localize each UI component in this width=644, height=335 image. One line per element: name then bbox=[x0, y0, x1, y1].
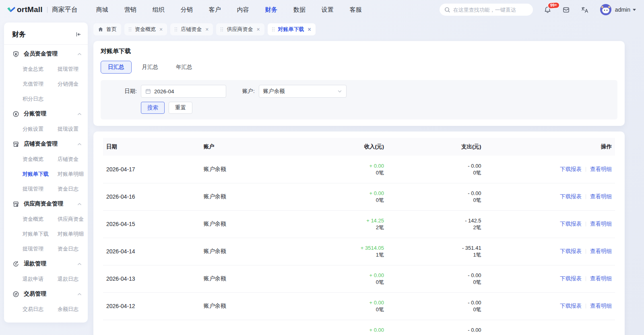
sidebar-item-提现管理[interactable]: 提现管理 bbox=[58, 62, 93, 76]
sidebar-item-对账单明细[interactable]: 对账单明细 bbox=[58, 226, 93, 241]
cell-income: + 0.000笔 bbox=[305, 183, 387, 210]
view-detail-link[interactable]: 查看明细 bbox=[590, 220, 612, 228]
topnav-item-内容[interactable]: 内容 bbox=[229, 0, 257, 19]
sidebar-item-资金概览[interactable]: 资金概览 bbox=[23, 212, 58, 226]
table-row: 2026-04-15 账户余额 + 14.252笔 - 142.52笔 下载报表… bbox=[103, 210, 615, 238]
summary-tab-月汇总[interactable]: 月汇总 bbox=[135, 61, 166, 74]
download-report-link[interactable]: 下载报表 bbox=[560, 302, 582, 310]
view-detail-link[interactable]: 查看明细 bbox=[590, 275, 612, 282]
table-header-row: 日期账户收入(元)支出(元)操作 bbox=[103, 138, 615, 156]
table-body: 2026-04-17 账户余额 + 0.000笔 - 0.000笔 下载报表 查… bbox=[103, 156, 615, 335]
sidebar-item-余额日志[interactable]: 余额日志 bbox=[58, 302, 93, 317]
user-menu[interactable]: admin bbox=[600, 4, 636, 15]
topnav-item-客户[interactable]: 客户 bbox=[201, 0, 229, 19]
download-report-link[interactable]: 下载报表 bbox=[560, 193, 582, 200]
close-icon[interactable]: × bbox=[205, 27, 208, 32]
summary-tab-日汇总[interactable]: 日汇总 bbox=[101, 61, 132, 74]
sidebar-item-店铺资金[interactable]: 店铺资金 bbox=[58, 152, 93, 166]
sidebar-section-header[interactable]: 会员资金管理 bbox=[4, 46, 88, 62]
username: admin bbox=[615, 6, 630, 13]
topnav-item-财务[interactable]: 财务 bbox=[257, 0, 285, 19]
page-tab-label: 店铺资金 bbox=[181, 26, 202, 33]
cell-date: 2026-04-16 bbox=[103, 183, 200, 210]
reset-button[interactable]: 重置 bbox=[169, 102, 192, 114]
page-tab-首页[interactable]: 首页 bbox=[93, 23, 121, 35]
topnav: 商城营销组织分销客户内容财务数据设置客服 bbox=[88, 0, 370, 19]
sidebar-item-交易日志[interactable]: 交易日志 bbox=[23, 302, 58, 317]
page-tab-店铺资金[interactable]: 店铺资金 × bbox=[170, 23, 213, 35]
view-detail-link[interactable]: 查看明细 bbox=[590, 248, 612, 255]
close-icon[interactable]: × bbox=[256, 27, 260, 32]
view-detail-link[interactable]: 查看明细 bbox=[590, 193, 612, 200]
sidebar-item-提现管理[interactable]: 提现管理 bbox=[23, 241, 58, 256]
view-detail-link[interactable]: 查看明细 bbox=[590, 302, 612, 310]
sidebar-item-资金概览[interactable]: 资金概览 bbox=[23, 152, 58, 166]
sidebar-item-退款申请[interactable]: 退款申请 bbox=[23, 271, 58, 286]
topbar-right: 99+ admin bbox=[440, 4, 636, 16]
sidebar-collapse-icon[interactable] bbox=[75, 31, 81, 37]
sidebar-title: 财务 bbox=[12, 30, 26, 39]
search-button[interactable]: 搜索 bbox=[141, 102, 165, 114]
sidebar-item-资金日志[interactable]: 资金日志 bbox=[58, 181, 93, 196]
sidebar-item-资金日志[interactable]: 资金日志 bbox=[58, 241, 93, 256]
table-row: 2026-04-13 账户余额 + 0.000笔 - 0.000笔 下载报表 查… bbox=[103, 265, 615, 292]
sidebar-section: 店铺资金管理 资金概览店铺资金对账单下载对账单明细提现管理资金日志 bbox=[4, 136, 88, 196]
account-select-value: 账户余额 bbox=[263, 88, 285, 95]
workbench-button[interactable] bbox=[562, 6, 570, 14]
close-icon[interactable]: × bbox=[159, 27, 163, 32]
date-input[interactable] bbox=[154, 88, 222, 95]
sidebar-section-header[interactable]: 交易管理 bbox=[4, 286, 88, 302]
account-label: 账户: bbox=[242, 88, 259, 95]
sidebar-item-提现管理[interactable]: 提现管理 bbox=[23, 181, 58, 196]
column-header-操作: 操作 bbox=[485, 138, 615, 156]
download-report-link[interactable]: 下载报表 bbox=[560, 275, 582, 282]
topnav-item-数据[interactable]: 数据 bbox=[285, 0, 314, 19]
view-detail-link[interactable]: 查看明细 bbox=[590, 166, 612, 173]
logo[interactable]: ortMall 商家平台 bbox=[6, 5, 78, 14]
sidebar-section-header[interactable]: 分账管理 bbox=[4, 106, 88, 121]
download-report-link[interactable]: 下载报表 bbox=[560, 248, 582, 255]
chevron-up-icon bbox=[77, 201, 82, 207]
topnav-item-商城[interactable]: 商城 bbox=[88, 0, 116, 19]
drag-handle-icon bbox=[272, 27, 275, 31]
topnav-item-分销[interactable]: 分销 bbox=[173, 0, 201, 19]
sidebar-section-header[interactable]: 店铺资金管理 bbox=[4, 136, 88, 152]
sidebar-section-header[interactable]: 供应商资金管理 bbox=[4, 196, 88, 212]
sidebar-item-对账单下载[interactable]: 对账单下载 bbox=[23, 166, 58, 181]
sidebar-section: 分账管理 分账设置提现设置 bbox=[4, 106, 88, 136]
search-input[interactable] bbox=[453, 7, 528, 13]
date-picker[interactable] bbox=[141, 85, 226, 98]
sidebar-section-header[interactable]: 退款管理 bbox=[4, 256, 88, 271]
sidebar-section: 退款管理 退款申请退款日志 bbox=[4, 256, 88, 286]
page-tab-资金概览[interactable]: 资金概览 × bbox=[124, 23, 167, 35]
sidebar-item-退款日志[interactable]: 退款日志 bbox=[58, 271, 93, 286]
sidebar-item-分销佣金[interactable]: 分销佣金 bbox=[58, 76, 93, 91]
sidebar-item-分账设置[interactable]: 分账设置 bbox=[23, 121, 58, 136]
download-report-link[interactable]: 下载报表 bbox=[560, 220, 582, 228]
sidebar-item-资金总览[interactable]: 资金总览 bbox=[23, 62, 58, 76]
topnav-item-客服[interactable]: 客服 bbox=[342, 0, 370, 19]
cell-expense: - 351.411笔 bbox=[387, 238, 485, 265]
language-switch-button[interactable] bbox=[581, 6, 589, 14]
sidebar-item-积分日志[interactable]: 积分日志 bbox=[23, 91, 58, 106]
download-report-link[interactable]: 下载报表 bbox=[560, 166, 582, 173]
close-icon[interactable]: × bbox=[308, 27, 311, 32]
topnav-item-组织[interactable]: 组织 bbox=[144, 0, 173, 19]
page-tab-对账单下载[interactable]: 对账单下载 × bbox=[268, 23, 316, 35]
chevron-up-icon bbox=[77, 51, 82, 57]
account-select[interactable]: 账户余额 bbox=[259, 85, 347, 98]
chevron-down-icon bbox=[337, 89, 342, 94]
page-tab-供应商资金[interactable]: 供应商资金 × bbox=[216, 23, 264, 35]
sidebar-item-充值管理[interactable]: 充值管理 bbox=[23, 76, 58, 91]
topnav-item-设置[interactable]: 设置 bbox=[314, 0, 342, 19]
sidebar-item-对账单下载[interactable]: 对账单下载 bbox=[23, 226, 58, 241]
topnav-item-营销[interactable]: 营销 bbox=[116, 0, 144, 19]
main-content: 首页 资金概览 × 店铺资金 × 供应商资金 × 对账单下载 × 对账单下载 日… bbox=[93, 23, 625, 335]
summary-tab-年汇总[interactable]: 年汇总 bbox=[169, 61, 200, 74]
divider bbox=[4, 44, 88, 45]
sidebar-item-提现设置[interactable]: 提现设置 bbox=[58, 121, 93, 136]
sidebar-item-供应商资金[interactable]: 供应商资金 bbox=[58, 212, 93, 226]
global-search[interactable] bbox=[440, 4, 533, 16]
notification-button[interactable]: 99+ bbox=[544, 6, 551, 14]
sidebar-item-对账单明细[interactable]: 对账单明细 bbox=[58, 166, 93, 181]
